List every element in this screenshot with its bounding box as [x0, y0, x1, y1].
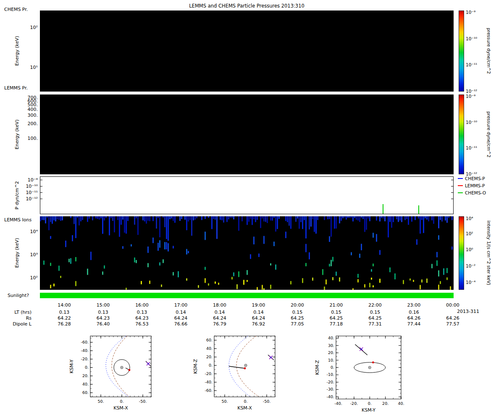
ephemeris-row-label-dipole: Dipole L: [6, 321, 32, 327]
y-tick-label: 20.: [82, 373, 89, 378]
y-tick-label: -40.: [81, 348, 89, 353]
time-tick-label: 20:00: [286, 302, 308, 308]
time-tick-label: 19:00: [247, 302, 269, 308]
ephemeris-row-label-lt: LT (hrs): [6, 310, 32, 315]
date-label: 2013-311: [457, 309, 479, 314]
y-tick-label: -60.: [81, 340, 89, 344]
ephemeris-value: 77.05: [286, 321, 308, 327]
legend-item: CHEMS-P: [458, 176, 485, 181]
chems-colorbar-unit-label: pressure dyne/cm^2: [486, 28, 491, 74]
time-tick-label: 23:00: [403, 302, 425, 308]
trajectory-line: [229, 366, 245, 368]
y-tick-label: 0.: [331, 365, 334, 370]
ephemeris-value: 64.23: [92, 315, 114, 321]
pressure-axis-tick: [451, 180, 453, 180]
ephemeris-row-label-rs: Rs: [6, 315, 32, 321]
ephemeris-value: 0.13: [131, 310, 153, 315]
ephemeris-value: 64.24: [209, 315, 231, 321]
saturn-center-dot: [369, 367, 370, 368]
ephemeris-value: 0.14: [247, 310, 269, 315]
ephemeris-value: 64.26: [442, 315, 464, 321]
pressure2-colorbar-tick: 10⁻⁹: [466, 94, 475, 99]
x-tick-label: 0.: [368, 401, 372, 406]
sunlight-label: Sunlight?: [8, 293, 29, 298]
ephemeris-value: 77.44: [403, 321, 425, 327]
bow-shock-curve: [106, 336, 129, 397]
spacecraft-dot: [270, 357, 271, 358]
pressure2-colorbar-tick: 10⁻¹⁰: [466, 120, 477, 125]
y-tick-label: 0.: [209, 363, 213, 368]
ephemeris-value: 0.15: [286, 310, 308, 315]
pressure-ytick-label: 10⁻¹¹: [8, 189, 38, 195]
plot-title: LEMMS and CHEMS Particle Pressures 2013:…: [40, 3, 454, 9]
intensity-colorbar-tick: 10⁰: [466, 247, 473, 252]
lemms-ions-spectrogram: [40, 216, 454, 290]
ephemeris-value: 77.57: [442, 321, 464, 327]
ephemeris-value: 76.40: [92, 321, 114, 327]
intensity-colorbar: [459, 216, 464, 290]
spacecraft-dot: [361, 349, 362, 350]
pressure-axis-tick: [451, 199, 453, 199]
orbit-plot-ksm-yz: -40.-20.0.20.40.40.30.20.10.0.-10.-20.-3…: [304, 331, 412, 420]
x-axis-label: KSM-X: [237, 405, 252, 411]
legend-line-chems-o: [458, 192, 463, 193]
ephemeris-value: 77.31: [364, 321, 386, 327]
ephemeris-value: 76.28: [53, 321, 75, 327]
magnetopause-curve: [236, 336, 259, 397]
ephemeris-value: 64.26: [403, 315, 425, 321]
time-tick-label: 21:00: [325, 302, 347, 308]
time-tick-label: 17:00: [170, 302, 192, 308]
pressure-axis-tick: [40, 180, 42, 180]
pressure-ytick-label: 10⁻⁹: [8, 177, 38, 183]
pressure1-colorbar-tick: 10⁻⁹: [466, 10, 475, 15]
x-tick-label: 50.: [221, 399, 228, 404]
x-axis-label: KSM-Y: [362, 407, 375, 413]
x-tick-label: -40.: [334, 401, 342, 406]
y-tick-label: 60.: [206, 338, 213, 342]
pressure-axis-tick: [40, 186, 42, 186]
chems-pressure-spectrogram: [40, 10, 454, 92]
ephemeris-value: 64.24: [170, 315, 192, 321]
legend-line-chems-p: [458, 178, 463, 179]
ions-ytick-label: 10²: [8, 275, 38, 280]
y-tick-label: 0.: [85, 365, 89, 370]
pressure1-colorbar-tick: 10⁻¹¹: [466, 62, 477, 67]
ephemeris-value: 0.13: [92, 310, 114, 315]
x-tick-label: -50.: [139, 399, 147, 404]
pressure-ytick-label: 10⁻¹⁰: [8, 183, 38, 189]
plot-frame: [214, 336, 275, 397]
moon-marker: [372, 362, 374, 364]
lemms-colorbar-unit-label: pressure dyne/cm^2: [486, 111, 491, 158]
saturn-center-dot: [121, 367, 122, 368]
ephemeris-value: 0.16: [403, 310, 425, 315]
pressure-ytick-label: 10⁻¹²: [8, 196, 38, 201]
ephemeris-value: 0.14: [170, 310, 192, 315]
time-tick-label: 18:00: [209, 302, 231, 308]
ephemeris-value: 64.22: [53, 315, 75, 321]
y-tick-label: -10.: [326, 372, 334, 377]
y-tick-label: -20.: [326, 380, 334, 384]
legend-label: LEMMS-P: [465, 183, 485, 188]
ephemeris-value: 0.15: [364, 310, 386, 315]
ephemeris-value: 76.79: [209, 321, 231, 327]
y-axis-label: KSM-Y: [69, 360, 74, 373]
pressure2-colorbar-tick: 10⁻¹¹: [466, 145, 477, 150]
time-tick-label: 00:00: [442, 302, 464, 308]
ephemeris-value: 64.23: [131, 315, 153, 321]
intensity-colorbar-unit-label: intensity 1/(s cm^2 ster keV): [486, 220, 491, 285]
lemms-ytick-label: 100.: [8, 135, 38, 141]
panel-label-lemms-ions: LEMMS Ions: [4, 217, 32, 223]
ions-ytick-label: 10⁴: [8, 229, 38, 234]
plot-frame: [90, 336, 151, 397]
ephemeris-value: 0.14: [209, 310, 231, 315]
chems-o-spike: [418, 205, 419, 214]
y-tick-label: -40.: [205, 380, 213, 384]
ephemeris-value: 64.25: [325, 315, 347, 321]
x-tick-label: 20.: [382, 401, 388, 406]
y-tick-label: 40.: [206, 346, 213, 351]
x-tick-label: 50.: [97, 399, 104, 404]
pressure-axis-tick: [40, 192, 42, 193]
y-tick-label: -20.: [81, 357, 89, 361]
lemms-ytick-label: 300.: [8, 113, 38, 118]
chems-energy-axis-label: Energy (keV): [14, 36, 20, 66]
